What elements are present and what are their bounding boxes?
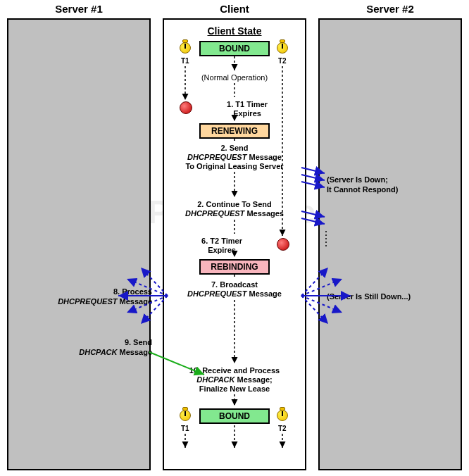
step1-line2: Expires [233, 109, 261, 118]
timer-icon-t1-top [178, 39, 192, 55]
t1-label-top: T1 [181, 57, 189, 65]
client-state-title: Client State [207, 25, 261, 37]
s9c: Message [117, 348, 152, 356]
s10d: Finalize New Lease [199, 384, 270, 393]
s7c: Message [246, 289, 282, 298]
srvDownA: (Server Is Down; [327, 175, 388, 184]
timer-icon-t2-top [275, 39, 289, 55]
s10a: 10. Receive and Process [189, 366, 280, 375]
s7a: 7. Broadcast [211, 280, 258, 289]
s9b: DHCPACK [79, 348, 117, 356]
caption-step6: 6. T2 Timer Expires [180, 237, 264, 255]
state-rebinding: REBINDING [199, 259, 270, 275]
caption-server-down: (Server Is Down; It Cannot Respond) [327, 175, 454, 195]
timer-icon-t2-bot [275, 407, 289, 422]
timer-red-t2-icon [277, 238, 289, 251]
s2d: To Original Leasing Server [185, 162, 283, 170]
lane-server1 [7, 18, 151, 470]
caption-normal-operation: (Normal Operation) [175, 73, 294, 82]
lane-server2 [318, 18, 462, 470]
t2-label-top: T2 [278, 57, 287, 65]
header-client: Client [163, 3, 306, 15]
caption-step10: 10. Receive and Process DHCPACK Message;… [175, 366, 294, 394]
lane-client: Client State BOUND T1 T2 (Normal Operati… [163, 18, 306, 470]
stillDown: (Server Is Still Down...) [327, 292, 411, 301]
s8a: 8. Process [113, 287, 152, 296]
step1-line1: 1. T1 Timer [227, 100, 268, 108]
caption-step9: 9. Send DHCPACK Message [70, 338, 152, 358]
timer-icon-t1-bot [178, 407, 192, 422]
state-bound-top: BOUND [199, 41, 270, 56]
s6a: 6. T2 Timer [201, 237, 242, 245]
s2b: DHCPREQUEST [187, 153, 246, 161]
s10b: DHCPACK [196, 375, 234, 384]
s9a: 9. Send [125, 338, 152, 346]
state-bound-bottom: BOUND [199, 408, 270, 424]
s22b: DHCPREQUEST [185, 209, 244, 218]
t2-label-bot: T2 [278, 425, 287, 432]
s8b: DHCPREQUEST [58, 297, 117, 306]
s7b: DHCPREQUEST [187, 289, 246, 298]
s22c: Messages [244, 209, 284, 218]
s22a: 2. Continue To Send [197, 200, 272, 208]
diagram-stage: The TCP/IP Guide Server #1 Client Server… [0, 0, 469, 476]
s2c: Message [246, 153, 282, 161]
caption-step7: 7. Broadcast DHCPREQUEST Message [175, 280, 294, 299]
timer-red-t1-icon [180, 101, 192, 114]
t1-label-bot: T1 [181, 425, 189, 432]
s10c: Message; [234, 375, 272, 384]
caption-step1: 1. T1 Timer Expires [205, 100, 289, 118]
srvDownB: It Cannot Respond) [327, 185, 398, 194]
header-server2: Server #2 [318, 3, 462, 15]
caption-step8: 8. Process DHCPREQUEST Message [46, 287, 152, 307]
header-server1: Server #1 [7, 3, 151, 15]
s8c: Message [117, 297, 152, 306]
s2a: 2. Send [220, 144, 248, 152]
caption-step2-continue: 2. Continue To Send DHCPREQUEST Messages [175, 200, 294, 218]
s6b: Expires [208, 246, 236, 254]
caption-server-still-down: (Server Is Still Down...) [327, 292, 461, 302]
state-renewing: RENEWING [199, 123, 270, 139]
caption-step2: 2. Send DHCPREQUEST Message To Original … [175, 144, 294, 172]
